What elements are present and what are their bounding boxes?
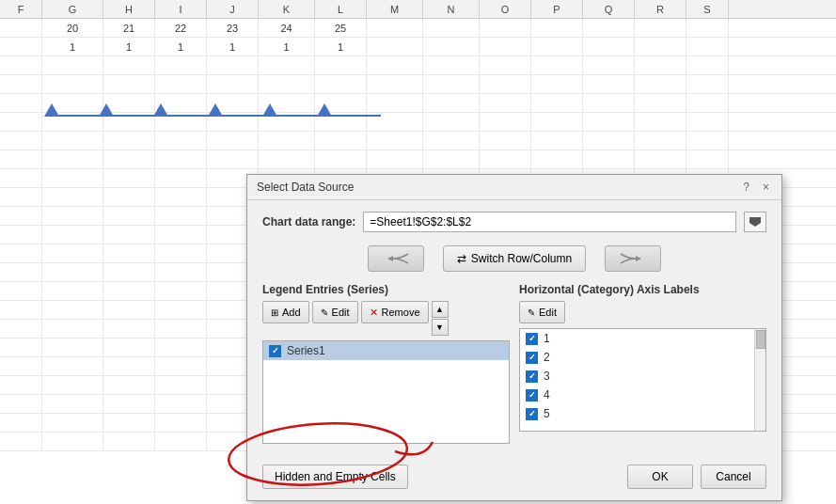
col-f: F bbox=[0, 0, 42, 18]
col-headers: F G H I J K L M N O P Q R S bbox=[0, 0, 836, 19]
col-o: O bbox=[480, 0, 531, 18]
cell-f1[interactable] bbox=[0, 19, 42, 37]
axis-1-label: 1 bbox=[544, 332, 550, 345]
cell-s2[interactable] bbox=[686, 38, 729, 55]
axis-3-checkbox[interactable]: ✓ bbox=[526, 370, 538, 383]
cell-n1[interactable] bbox=[423, 19, 480, 37]
axis-5-checkbox[interactable]: ✓ bbox=[526, 408, 538, 420]
col-j: J bbox=[207, 0, 259, 18]
dialog-help-button[interactable]: ? bbox=[740, 181, 752, 194]
col-h: H bbox=[103, 0, 155, 18]
axis-toolbar: ✎ Edit bbox=[519, 301, 766, 323]
arrow-right-btn[interactable] bbox=[605, 245, 661, 272]
axis-1-checkbox[interactable]: ✓ bbox=[526, 333, 538, 345]
dialog-body: Chart data range: bbox=[247, 200, 781, 455]
series-list[interactable]: ✓ Series1 bbox=[262, 340, 510, 444]
axis-item-4[interactable]: ✓ 4 bbox=[520, 386, 765, 404]
cancel-button[interactable]: Cancel bbox=[701, 465, 766, 489]
axis-2-checkbox[interactable]: ✓ bbox=[526, 352, 538, 364]
cell-g2[interactable]: 1 bbox=[42, 38, 103, 55]
edit-series-button[interactable]: ✎ Edit bbox=[312, 301, 358, 323]
cell-i1[interactable]: 22 bbox=[155, 19, 207, 37]
cell-r2[interactable] bbox=[635, 38, 686, 55]
chart-range-label: Chart data range: bbox=[262, 215, 355, 228]
col-l: L bbox=[315, 0, 367, 18]
chart-marker-3 bbox=[153, 103, 168, 117]
axis-4-label: 4 bbox=[544, 388, 550, 402]
axis-item-3[interactable]: ✓ 3 bbox=[520, 367, 765, 386]
select-data-source-dialog: Select Data Source ? × Chart data range: bbox=[246, 174, 782, 501]
series-1-label: Series1 bbox=[287, 344, 325, 357]
cell-p2[interactable] bbox=[531, 38, 583, 55]
chart-marker-1 bbox=[44, 103, 59, 117]
arrow-left-icon bbox=[382, 251, 410, 266]
axis-item-1[interactable]: ✓ 1 bbox=[520, 329, 765, 348]
ok-button[interactable]: OK bbox=[627, 465, 693, 489]
chart-range-input[interactable] bbox=[363, 212, 736, 232]
cell-h2[interactable]: 1 bbox=[103, 38, 155, 55]
remove-series-button[interactable]: ✕ Remove bbox=[361, 301, 429, 323]
cell-n2[interactable] bbox=[423, 38, 480, 55]
series-down-button[interactable]: ▼ bbox=[432, 319, 449, 336]
axis-5-label: 5 bbox=[544, 407, 550, 420]
cell-o2[interactable] bbox=[480, 38, 531, 55]
cell-k2[interactable]: 1 bbox=[259, 38, 315, 55]
edit-axis-label: Edit bbox=[539, 307, 557, 318]
col-s: S bbox=[686, 0, 729, 18]
cell-f2[interactable] bbox=[0, 38, 42, 55]
cell-m2[interactable] bbox=[367, 38, 423, 55]
axis-item-5[interactable]: ✓ 5 bbox=[520, 404, 765, 423]
chart-marker-4 bbox=[208, 103, 223, 117]
switch-icon: ⇄ bbox=[457, 252, 466, 265]
chart-range-row: Chart data range: bbox=[262, 212, 766, 232]
cell-l1[interactable]: 25 bbox=[315, 19, 367, 37]
cell-q1[interactable] bbox=[583, 19, 635, 37]
add-series-icon: ⊞ bbox=[271, 307, 278, 318]
axis-scrollbar[interactable] bbox=[754, 329, 765, 431]
remove-label: Remove bbox=[382, 307, 420, 318]
chart-marker-6 bbox=[317, 103, 332, 117]
dialog-close-button[interactable]: × bbox=[760, 181, 772, 194]
add-series-button[interactable]: ⊞ Add bbox=[262, 301, 309, 323]
axis-header: Horizontal (Category) Axis Labels bbox=[519, 283, 766, 296]
grid-row-3 bbox=[0, 56, 836, 75]
two-col: Legend Entries (Series) ⊞ Add ✎ Edit bbox=[262, 283, 766, 444]
axis-item-2[interactable]: ✓ 2 bbox=[520, 348, 765, 367]
arrow-left-btn[interactable] bbox=[368, 245, 424, 272]
svg-marker-1 bbox=[387, 256, 393, 261]
cell-l2[interactable]: 1 bbox=[315, 38, 367, 55]
cell-q2[interactable] bbox=[583, 38, 635, 55]
col-i: I bbox=[155, 0, 207, 18]
grid-row-8 bbox=[0, 150, 836, 169]
dialog-titlebar: Select Data Source ? × bbox=[247, 175, 781, 200]
edit-axis-button[interactable]: ✎ Edit bbox=[519, 301, 565, 323]
col-r: R bbox=[635, 0, 686, 18]
cell-j1[interactable]: 23 bbox=[207, 19, 259, 37]
cell-i2[interactable]: 1 bbox=[155, 38, 207, 55]
cell-j2[interactable]: 1 bbox=[207, 38, 259, 55]
chart-marker-2 bbox=[99, 103, 114, 117]
range-select-button[interactable] bbox=[744, 212, 766, 232]
switch-row-column-button[interactable]: ⇄ Switch Row/Column bbox=[443, 245, 586, 272]
add-series-label: Add bbox=[282, 307, 301, 318]
cell-m1[interactable] bbox=[367, 19, 423, 37]
cell-h1[interactable]: 21 bbox=[103, 19, 155, 37]
series-1-checkbox[interactable]: ✓ bbox=[269, 345, 281, 357]
series-up-button[interactable]: ▲ bbox=[432, 301, 449, 318]
axis-3-label: 3 bbox=[544, 370, 550, 383]
col-n: N bbox=[423, 0, 480, 18]
cell-s1[interactable] bbox=[686, 19, 729, 37]
grid-row-2: 1 1 1 1 1 1 bbox=[0, 38, 836, 56]
axis-scrollbar-thumb[interactable] bbox=[756, 330, 765, 349]
axis-4-checkbox[interactable]: ✓ bbox=[526, 389, 538, 402]
axis-list[interactable]: ✓ 1 ✓ 2 ✓ 3 ✓ bbox=[519, 328, 766, 432]
cell-o1[interactable] bbox=[480, 19, 531, 37]
axis-2-label: 2 bbox=[544, 351, 550, 364]
cell-r1[interactable] bbox=[635, 19, 686, 37]
series-item-1[interactable]: ✓ Series1 bbox=[263, 341, 509, 360]
hidden-empty-cells-button[interactable]: Hidden and Empty Cells bbox=[262, 465, 408, 489]
cell-g1[interactable]: 20 bbox=[42, 19, 103, 37]
cell-p1[interactable] bbox=[531, 19, 583, 37]
cell-k1[interactable]: 24 bbox=[259, 19, 315, 37]
edit-series-icon: ✎ bbox=[321, 307, 328, 318]
